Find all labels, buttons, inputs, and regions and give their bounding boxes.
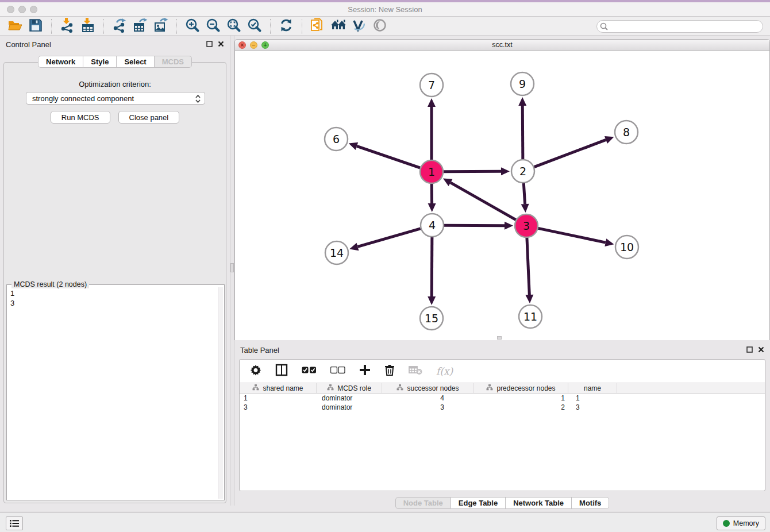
delete-table-button[interactable] <box>409 365 422 377</box>
mcds-result-box: MCDS result (2 nodes) 13 <box>6 284 225 500</box>
import-network-icon <box>60 18 75 35</box>
result-line: 3 <box>10 298 215 308</box>
table-row[interactable]: 3dominator323 <box>240 403 765 412</box>
add-column-button[interactable] <box>359 364 371 378</box>
tab-network-table[interactable]: Network Table <box>506 497 572 509</box>
column-header-filler <box>617 383 765 393</box>
export-table-button[interactable] <box>132 18 149 34</box>
column-header-predecessor-nodes[interactable]: predecessor nodes <box>474 383 568 393</box>
show-graphics-details-button[interactable] <box>371 18 388 34</box>
tab-node-table[interactable]: Node Table <box>395 497 451 509</box>
network-canvas[interactable]: 1234678910111415 <box>235 51 769 340</box>
control-panel-title: Control Panel <box>6 40 51 49</box>
edge-1-6[interactable] <box>357 146 420 168</box>
tab-edge-table[interactable]: Edge Table <box>451 497 506 509</box>
import-network-button[interactable] <box>59 18 76 34</box>
table-cell[interactable]: 3 <box>382 403 474 412</box>
splitter-grip[interactable] <box>230 263 234 272</box>
close-panel-icon[interactable] <box>218 41 224 47</box>
table-cell[interactable]: 4 <box>382 394 474 403</box>
edge-arrowhead <box>518 97 526 106</box>
network-graph: 1234678910111415 <box>235 51 769 340</box>
table-cell[interactable]: 2 <box>474 403 568 412</box>
edge-4-15[interactable] <box>432 237 432 296</box>
open-session-button[interactable] <box>6 18 24 34</box>
edge-arrowhead <box>505 222 513 230</box>
tab-mcds[interactable]: MCDS <box>155 56 192 68</box>
edge-1-2[interactable] <box>444 171 501 172</box>
table-cell[interactable]: 1 <box>568 394 617 403</box>
home-button[interactable] <box>330 18 347 34</box>
node-label-10: 10 <box>620 241 634 253</box>
select-all-columns-button[interactable] <box>302 366 317 376</box>
table-cell[interactable]: dominator <box>317 394 382 403</box>
network-splitter-grip[interactable] <box>497 336 502 340</box>
clone-network-button[interactable] <box>309 18 326 34</box>
zoom-fit-button[interactable] <box>225 18 242 34</box>
tab-select[interactable]: Select <box>117 56 154 68</box>
table-cell[interactable]: 3 <box>568 403 617 412</box>
table-cell[interactable]: 3 <box>240 403 317 412</box>
tab-style[interactable]: Style <box>83 56 117 68</box>
refresh-view-button[interactable] <box>278 18 295 34</box>
node-table-container: f(x) shared nameMCDS rolesuccessor nodes… <box>239 359 765 491</box>
column-header-name[interactable]: name <box>568 383 617 393</box>
result-scrollbar[interactable] <box>218 287 223 499</box>
close-panel-button[interactable]: Close panel <box>118 111 180 124</box>
float-panel-icon[interactable] <box>746 346 753 353</box>
optimization-criterion-label: Optimization criterion: <box>4 80 226 88</box>
save-session-button[interactable] <box>27 18 44 34</box>
table-row[interactable]: 1dominator411 <box>240 394 765 403</box>
delete-column-button[interactable] <box>384 364 395 378</box>
float-panel-icon[interactable] <box>206 41 213 47</box>
run-mcds-button[interactable]: Run MCDS <box>51 111 110 124</box>
edge-3-10[interactable] <box>538 228 606 242</box>
table-cell[interactable]: dominator <box>317 403 382 412</box>
edge-2-8[interactable] <box>534 140 606 167</box>
close-panel-icon[interactable] <box>758 346 764 353</box>
edge-3-1[interactable] <box>451 183 516 220</box>
column-header-mcds-role[interactable]: MCDS role <box>317 383 382 393</box>
search-input[interactable] <box>596 20 763 33</box>
function-builder-button[interactable]: f(x) <box>436 365 453 377</box>
column-visibility-button[interactable] <box>275 364 288 379</box>
network-window-titlebar[interactable]: × − + scc.txt <box>235 40 769 51</box>
edge-4-14[interactable] <box>358 229 421 247</box>
zoom-out-button[interactable] <box>205 18 222 34</box>
edge-2-3[interactable] <box>523 183 525 204</box>
export-network-button[interactable] <box>111 18 128 34</box>
edge-2-9[interactable] <box>522 106 523 159</box>
edge-3-11[interactable] <box>527 238 529 295</box>
memory-label: Memory <box>733 519 759 527</box>
memory-button[interactable]: Memory <box>717 516 765 530</box>
sort-hierarchy-icon <box>252 384 259 392</box>
criterion-select[interactable]: strongly connected component <box>26 92 205 105</box>
deselect-all-columns-button[interactable] <box>330 366 345 376</box>
zoom-selected-button[interactable] <box>246 18 263 34</box>
vertical-splitter[interactable] <box>230 36 234 506</box>
task-history-button[interactable] <box>6 516 23 530</box>
edge-4-3[interactable] <box>444 225 505 226</box>
search-field-wrap <box>596 20 763 33</box>
network-window-title: scc.txt <box>235 41 769 49</box>
column-header-successor-nodes[interactable]: successor nodes <box>382 383 474 393</box>
column-header-label: shared name <box>263 384 303 392</box>
vizmapper-button[interactable] <box>351 18 368 34</box>
import-table-button[interactable] <box>79 18 97 34</box>
column-header-shared-name[interactable]: shared name <box>240 383 317 393</box>
clone-network-icon <box>310 18 325 35</box>
table-cell[interactable]: 1 <box>240 394 317 403</box>
export-image-button[interactable] <box>152 18 170 34</box>
table-settings-button[interactable] <box>250 364 261 378</box>
toolbar-separator <box>103 19 104 34</box>
table-header-row: shared nameMCDS rolesuccessor nodesprede… <box>240 383 765 394</box>
tab-motifs[interactable]: Motifs <box>572 497 609 509</box>
select-stepper-icon <box>195 94 201 106</box>
list-icon <box>9 519 20 527</box>
tab-network[interactable]: Network <box>38 56 83 68</box>
table-cell[interactable]: 1 <box>474 394 568 403</box>
eye-icon <box>372 18 387 35</box>
save-floppy-icon <box>28 18 43 35</box>
column-header-label: MCDS role <box>337 384 371 392</box>
zoom-in-button[interactable] <box>184 18 201 34</box>
